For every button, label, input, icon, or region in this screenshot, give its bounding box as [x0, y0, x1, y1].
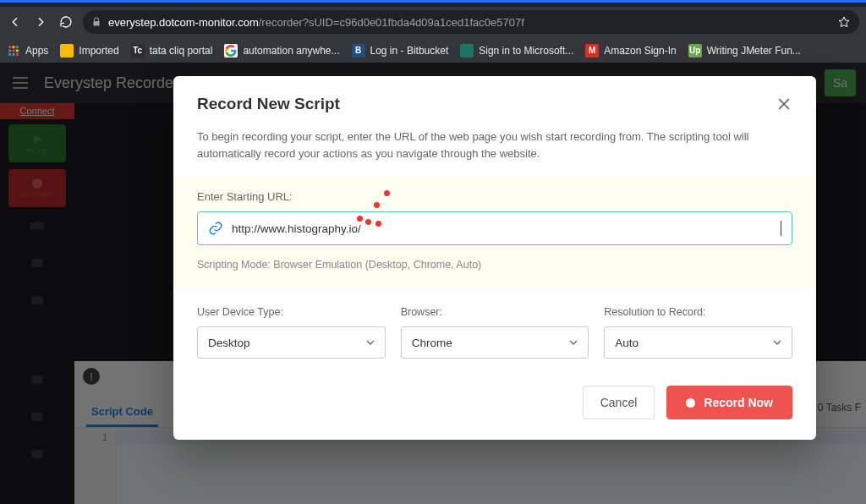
ms-icon [460, 44, 474, 58]
bookmark-label: Amazon Sign-In [604, 45, 676, 57]
text-caret [781, 221, 781, 236]
chevron-down-icon [773, 338, 781, 347]
chevron-down-icon [569, 338, 578, 347]
bookmark-tatacliq[interactable]: Tctata cliq portal [131, 44, 213, 58]
bookmark-jmeter[interactable]: UpWriting JMeter Fun... [688, 44, 801, 58]
record-new-script-modal: Record New Script To begin recording you… [173, 76, 816, 440]
browser-toolbar: everystep.dotcom-monitor.com/recorder?sU… [0, 7, 866, 37]
select-value: Chrome [412, 337, 452, 349]
svg-rect-6 [8, 52, 11, 55]
svg-rect-7 [13, 52, 15, 55]
google-icon [224, 44, 238, 58]
modal-title: Record New Script [197, 95, 776, 113]
bookmarks-bar: Apps Imported Tctata cliq portal automat… [0, 37, 866, 63]
bookmark-label: Writing JMeter Fun... [707, 45, 801, 57]
nav-forward-button[interactable] [32, 14, 49, 30]
svg-rect-8 [16, 52, 19, 55]
jmeter-icon: Up [688, 44, 702, 58]
bookmark-label: automation anywhe... [243, 45, 339, 57]
folder-icon [60, 44, 74, 58]
starting-url-input[interactable]: http://www.histography.io/ [197, 211, 792, 245]
bookmark-star-icon[interactable] [837, 15, 851, 29]
site-icon: Tc [131, 44, 145, 58]
select-value: Auto [615, 337, 639, 349]
url-field-label: Enter Starting URL: [197, 190, 792, 203]
device-type-select[interactable]: Desktop [197, 326, 386, 359]
bookmark-label: Sign in to Microsoft... [479, 45, 573, 57]
bookmark-ms[interactable]: Sign in to Microsoft... [460, 44, 573, 58]
apps-icon [7, 44, 20, 58]
svg-rect-2 [16, 46, 19, 48]
svg-rect-3 [8, 49, 11, 52]
modal-description: To begin recording your script, enter th… [173, 122, 816, 177]
chevron-down-icon [366, 338, 375, 347]
lock-icon [91, 17, 101, 27]
resolution-label: Resolution to Record: [604, 306, 792, 318]
bookmark-label: Apps [25, 45, 48, 57]
record-now-button[interactable]: Record Now [666, 386, 792, 419]
nav-back-button[interactable] [7, 14, 24, 30]
close-icon[interactable] [776, 96, 792, 112]
bookmark-label: Log in - Bitbucket [370, 45, 449, 57]
browser-select[interactable]: Chrome [401, 326, 589, 359]
bookmark-bitbucket[interactable]: BLog in - Bitbucket [352, 44, 449, 58]
bookmark-amazon[interactable]: MAmazon Sign-In [585, 44, 676, 58]
amazon-icon: M [585, 44, 599, 58]
select-value: Desktop [208, 337, 250, 349]
bookmark-label: tata cliq portal [150, 45, 213, 57]
url-value: http://www.histography.io/ [232, 222, 772, 235]
svg-rect-1 [13, 46, 15, 48]
scripting-mode-text: Scripting Mode: Browser Emulation (Deskt… [197, 259, 792, 271]
address-bar[interactable]: everystep.dotcom-monitor.com/recorder?sU… [83, 10, 859, 34]
device-type-label: User Device Type: [197, 306, 386, 318]
bitbucket-icon: B [352, 44, 365, 58]
cancel-button[interactable]: Cancel [583, 386, 655, 419]
record-dot-icon [686, 398, 695, 408]
browser-select-label: Browser: [401, 306, 589, 318]
svg-rect-4 [13, 49, 15, 52]
nav-reload-button[interactable] [58, 14, 74, 30]
bookmark-apps[interactable]: Apps [7, 44, 48, 58]
svg-rect-5 [16, 49, 19, 52]
bookmark-imported[interactable]: Imported [60, 44, 118, 58]
record-now-label: Record Now [704, 396, 773, 409]
url-text: everystep.dotcom-monitor.com/recorder?sU… [108, 16, 830, 29]
bookmark-label: Imported [79, 45, 118, 57]
bookmark-aa[interactable]: automation anywhe... [224, 44, 339, 58]
link-icon [208, 221, 223, 236]
resolution-select[interactable]: Auto [604, 326, 792, 359]
svg-rect-0 [8, 46, 11, 48]
